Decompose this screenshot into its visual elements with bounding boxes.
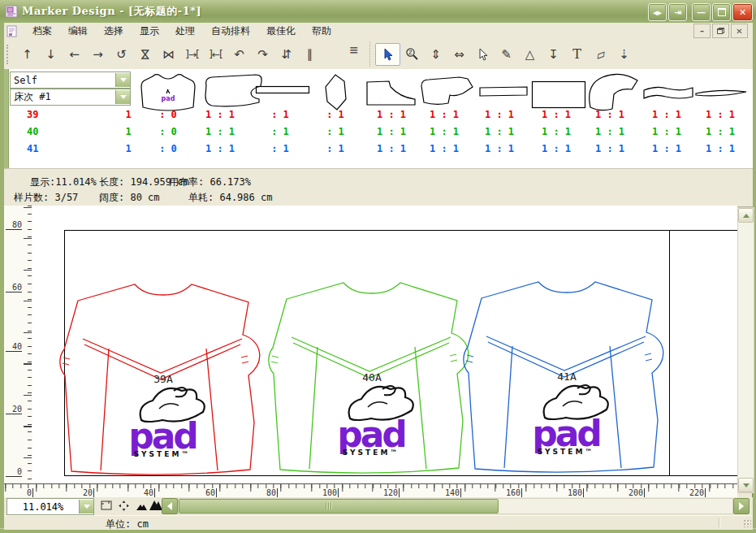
size-row-label[interactable]: 40 <box>27 126 38 137</box>
marker-canvas[interactable]: pad SYSTEM™ 39A 40A 41A <box>32 206 737 483</box>
pattern-piece-thumbnail[interactable] <box>478 85 529 98</box>
resize-grip[interactable] <box>743 519 751 527</box>
style-selector[interactable]: Self <box>10 72 131 89</box>
piece-size-count: 1 : 1 <box>589 143 631 154</box>
stretch-vertical-icon: ⇕ <box>430 47 441 62</box>
marker-piece[interactable]: 39A <box>62 280 265 477</box>
unit-consumption: 单耗: 64.986 cm <box>188 191 272 205</box>
marker-piece[interactable]: 40A <box>270 279 473 475</box>
menu-edit[interactable]: 编辑 <box>60 23 96 40</box>
mdi-restore-button[interactable] <box>712 24 729 38</box>
minimize-button[interactable]: — <box>692 3 711 21</box>
measure-tool-button[interactable]: ▱ <box>589 44 612 65</box>
size-row-label[interactable]: 41 <box>27 143 38 154</box>
vertical-scrollbar[interactable] <box>737 207 754 493</box>
chevron-left-icon <box>163 502 172 510</box>
crop-view-icon[interactable] <box>100 500 113 511</box>
piece-size-count: : 1 <box>314 143 356 154</box>
move-right-button[interactable]: → <box>86 44 110 65</box>
piece-size-count: 1 : 1 <box>478 143 521 154</box>
pointer-cursor-icon <box>477 48 490 61</box>
pattern-piece-thumbnail[interactable] <box>693 87 749 100</box>
move-left-button[interactable]: ← <box>63 44 86 65</box>
horizontal-scrollbar-thumb[interactable] <box>179 499 499 514</box>
piece-size-count: : 1 <box>259 126 301 137</box>
bed-selector[interactable]: 床次 #1 <box>10 89 131 106</box>
move-up-button[interactable]: ↑ <box>15 44 39 65</box>
menu-help[interactable]: 帮助 <box>304 23 339 40</box>
rotate-step-cw-button[interactable]: ↷ <box>251 44 274 65</box>
align-top-bottom-button[interactable]: ⇵ <box>274 44 298 65</box>
menu-optimize[interactable]: 最佳化 <box>258 23 304 40</box>
mdi-close-button[interactable]: ✕ <box>731 24 748 38</box>
menu-file[interactable]: 档案 <box>24 23 60 40</box>
menu-view[interactable]: 显示 <box>132 23 167 40</box>
expand-gap-button[interactable]: ]→[ <box>180 44 204 65</box>
maximize-button[interactable] <box>712 3 731 21</box>
close-button[interactable]: ✕ <box>732 3 753 21</box>
pan-horizontal-button[interactable]: ◂▸ <box>648 3 667 21</box>
flip-horizontal-button[interactable]: ⋈ <box>157 44 180 65</box>
zoom-tool-button[interactable]: Z <box>400 44 424 65</box>
flip-vertical-button[interactable]: ⋈ <box>133 44 157 65</box>
chevron-down-icon[interactable] <box>79 500 93 514</box>
scroll-right-button[interactable] <box>733 498 750 514</box>
walk-piece-tool-button[interactable]: ⇣ <box>612 44 636 65</box>
send-out-button[interactable]: ⇥ <box>668 3 687 21</box>
rotate-step-ccw-button[interactable]: ↶ <box>227 44 251 65</box>
pattern-piece-thumbnail[interactable] <box>320 73 354 111</box>
menu-process[interactable]: 处理 <box>167 23 203 40</box>
select-cursor-icon <box>382 48 395 61</box>
zoom-out-hill-icon[interactable] <box>136 502 148 511</box>
pattern-piece-thumbnail[interactable] <box>642 83 695 102</box>
text-tool-button[interactable]: T <box>565 44 589 65</box>
piece-size-label: 39A <box>62 373 265 385</box>
move-down-button[interactable]: ↓ <box>39 44 63 65</box>
style-selector-value: Self <box>11 75 115 86</box>
marker-piece[interactable]: 41A <box>465 278 668 474</box>
piece-size-count: 1 : 1 <box>370 143 413 154</box>
drop-piece-tool-button[interactable]: ↧ <box>542 44 565 65</box>
mdi-minimize-button[interactable]: – <box>693 24 711 38</box>
chevron-down-icon[interactable] <box>115 90 130 104</box>
piece-size-count: 1 : 1 <box>199 126 241 137</box>
close-gap-button[interactable]: ]←[ <box>204 44 227 65</box>
stretch-horizontal-button[interactable]: ⇔ <box>447 44 471 65</box>
scroll-up-button[interactable] <box>738 208 754 223</box>
pattern-piece-thumbnail[interactable] <box>531 80 586 109</box>
unit-label: 单位: cm <box>106 518 149 531</box>
horizontal-scrollbar[interactable] <box>178 498 733 514</box>
fabric-efficiency: 用布率: 66.173% <box>169 176 251 189</box>
chevron-down-icon[interactable] <box>115 73 130 87</box>
menu-auto-nest[interactable]: 自动排料 <box>203 23 258 40</box>
pin-tool-button[interactable]: △ <box>518 44 542 65</box>
scroll-left-button[interactable] <box>162 498 178 514</box>
move-left-icon: ← <box>69 47 80 62</box>
stretch-vertical-button[interactable]: ⇕ <box>424 44 447 65</box>
pattern-piece-thumbnail[interactable] <box>365 77 418 106</box>
align-vertical-edges-button[interactable]: ∥ <box>298 44 322 65</box>
piece-size-count: 1 : 1 <box>370 126 413 137</box>
align-top-bottom-icon: ⇵ <box>281 47 292 62</box>
piece-size-label: 40A <box>270 371 473 384</box>
fit-view-icon[interactable] <box>118 500 130 512</box>
rotate-button[interactable]: ↺ <box>110 44 133 65</box>
pattern-piece-thumbnail[interactable] <box>419 76 476 106</box>
pattern-piece-thumbnail[interactable] <box>584 72 643 111</box>
pattern-piece-thumbnail[interactable]: pad <box>135 72 201 112</box>
menu-bar: 档案 编辑 选择 显示 处理 自动排料 最佳化 帮助 – ✕ <box>4 23 753 40</box>
pattern-piece-thumbnail[interactable] <box>255 85 310 94</box>
h-ruler-label: 180 <box>559 488 584 497</box>
size-row-label[interactable]: 39 <box>27 109 38 120</box>
h-ruler-label: 0 <box>9 488 33 497</box>
zoom-level-selector[interactable]: 11.014% <box>6 498 94 515</box>
piece-size-count: 1 : 1 <box>199 109 241 120</box>
flip-pen-tool-button[interactable]: ✎ <box>495 44 518 65</box>
toolbar-options-button[interactable]: ≡ <box>349 43 359 56</box>
h-ruler-label: 100 <box>314 488 339 497</box>
scroll-down-button[interactable] <box>738 478 754 492</box>
pointer-tool-button[interactable] <box>471 44 495 65</box>
select-tool-button[interactable] <box>375 43 400 66</box>
toolbar-grip[interactable] <box>6 45 11 64</box>
menu-select[interactable]: 选择 <box>96 23 132 40</box>
